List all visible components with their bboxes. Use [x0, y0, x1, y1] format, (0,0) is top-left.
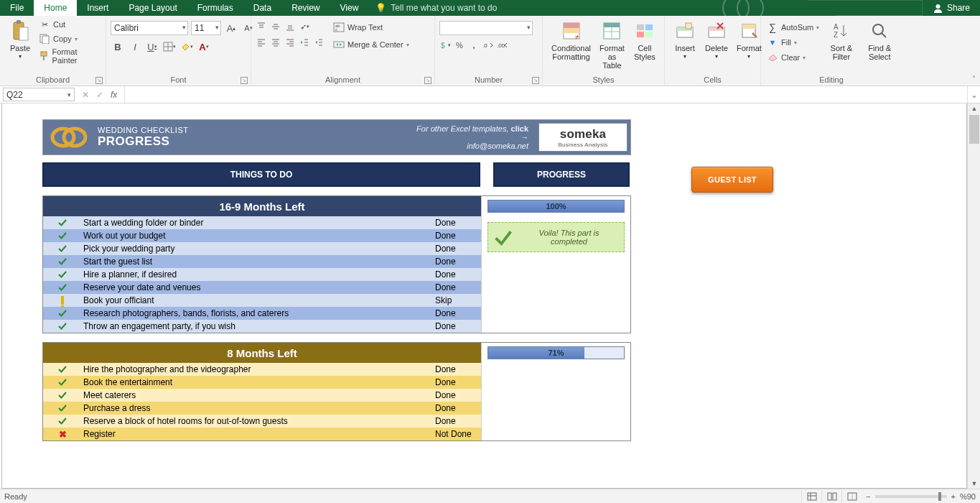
tab-view[interactable]: View: [330, 0, 369, 16]
zoom-out-button[interactable]: −: [866, 492, 870, 501]
task-row[interactable]: Hire a planner, if desiredDone: [43, 268, 481, 281]
worksheet-canvas[interactable]: WEDDING CHECKLIST PROGRESS For other Exc…: [1, 103, 967, 489]
vertical-scrollbar[interactable]: ▲ ▼: [967, 103, 980, 489]
italic-button[interactable]: I: [128, 40, 142, 54]
scroll-thumb[interactable]: [969, 115, 979, 144]
decrease-decimal-button[interactable]: .00: [497, 40, 508, 51]
svg-rect-61: [686, 23, 691, 29]
header-email[interactable]: info@someka.net: [416, 142, 528, 150]
task-row[interactable]: Meet caterersDone: [43, 389, 481, 402]
align-top-button[interactable]: [256, 21, 267, 32]
scroll-up-button[interactable]: ▲: [968, 103, 980, 114]
align-left-button[interactable]: [256, 37, 267, 48]
clipboard-dialog-launcher[interactable]: ↘: [95, 77, 103, 84]
number-format-select[interactable]: ▾: [439, 21, 533, 35]
align-center-button[interactable]: [270, 37, 281, 48]
decrease-indent-button[interactable]: [299, 37, 310, 48]
font-dialog-launcher[interactable]: ↘: [241, 77, 248, 84]
increase-decimal-button[interactable]: .0: [482, 40, 494, 51]
merge-center-button[interactable]: Merge & Center▾: [332, 38, 411, 51]
tab-data[interactable]: Data: [243, 0, 281, 16]
task-row[interactable]: Start the guest listDone: [43, 255, 481, 268]
tab-home[interactable]: Home: [34, 0, 77, 16]
share-button[interactable]: Share: [923, 0, 980, 16]
page-break-view-button[interactable]: [841, 490, 862, 503]
task-row[interactable]: Work out your budgetDone: [43, 229, 481, 242]
zoom-slider[interactable]: [875, 495, 947, 498]
guest-list-button[interactable]: GUEST LIST: [691, 167, 773, 193]
expand-formula-bar-button[interactable]: ⌄: [967, 86, 980, 103]
task-row[interactable]: Start a wedding folder or binderDone: [43, 216, 481, 229]
font-name-select[interactable]: Calibri▾: [111, 21, 188, 35]
name-box[interactable]: Q22▾: [3, 88, 75, 101]
task-row[interactable]: Hire the photographer and the videograph…: [43, 363, 481, 376]
scroll-down-button[interactable]: ▼: [968, 479, 980, 489]
task-row[interactable]: ✖RegisterNot Done: [43, 428, 481, 440]
align-right-button[interactable]: [284, 37, 296, 48]
find-select-button[interactable]: Find & Select: [862, 18, 897, 63]
normal-view-button[interactable]: [801, 490, 821, 503]
tab-file[interactable]: File: [0, 0, 34, 16]
increase-font-button[interactable]: A▴: [224, 21, 238, 35]
page-layout-view-button[interactable]: [821, 490, 841, 503]
formula-input[interactable]: [124, 86, 967, 103]
task-row[interactable]: Reserve a block of hotel rooms for out-o…: [43, 415, 481, 428]
format-as-table-button[interactable]: Format as Table: [595, 18, 629, 71]
orientation-button[interactable]: ➶▾: [299, 21, 310, 32]
tab-review[interactable]: Review: [281, 0, 330, 16]
align-bottom-button[interactable]: [284, 21, 296, 32]
underline-button[interactable]: U▾: [145, 40, 159, 54]
fill-button[interactable]: ▼Fill▾: [765, 36, 821, 49]
increase-indent-button[interactable]: [313, 37, 325, 48]
autosum-button[interactable]: ∑AutoSum▾: [765, 21, 821, 34]
zoom-in-button[interactable]: +: [951, 492, 956, 501]
group-clipboard-label: Clipboard: [4, 74, 101, 86]
task-row[interactable]: Research photographers, bands, florists,…: [43, 307, 481, 320]
insert-cells-button[interactable]: Insert▾: [669, 18, 701, 63]
bold-button[interactable]: B: [111, 40, 125, 54]
cancel-formula-button[interactable]: ✕: [82, 90, 89, 100]
task-row[interactable]: Book your officiantSkip: [43, 294, 481, 307]
comma-format-button[interactable]: ,: [468, 40, 480, 51]
things-to-do-header: THINGS TO DO: [42, 162, 480, 187]
tab-formulas[interactable]: Formulas: [187, 0, 243, 16]
group-alignment-label: Alignment: [256, 74, 430, 86]
task-row[interactable]: Reserve your date and venuesDone: [43, 281, 481, 294]
copy-button[interactable]: Copy▾: [37, 32, 101, 45]
alignment-dialog-launcher[interactable]: ↘: [424, 77, 431, 84]
font-size-select[interactable]: 11▾: [191, 21, 221, 35]
tab-page-layout[interactable]: Page Layout: [118, 0, 187, 16]
number-dialog-launcher[interactable]: ↘: [532, 77, 539, 84]
borders-button[interactable]: ▾: [162, 40, 177, 54]
task-text: Meet caterers: [82, 390, 435, 400]
tab-insert[interactable]: Insert: [77, 0, 118, 16]
task-row[interactable]: Throw an engagement party, if you wishDo…: [43, 320, 481, 333]
fill-color-button[interactable]: ▾: [179, 40, 194, 54]
clear-button[interactable]: Clear▾: [765, 51, 821, 64]
cell-styles-button[interactable]: Cell Styles: [629, 18, 661, 63]
cut-button[interactable]: ✂Cut: [37, 18, 101, 31]
task-row[interactable]: Book the entertainmentDone: [43, 376, 481, 389]
check-icon: [494, 228, 513, 246]
format-painter-button[interactable]: Format Painter: [37, 47, 101, 65]
task-row[interactable]: Purchase a dressDone: [43, 402, 481, 415]
zoom-value[interactable]: %90: [960, 492, 976, 501]
align-middle-button[interactable]: [270, 21, 281, 32]
task-status: Done: [435, 244, 481, 254]
wrap-text-button[interactable]: abcWrap Text: [332, 21, 411, 34]
accounting-format-button[interactable]: $▾: [439, 40, 451, 51]
enter-formula-button[interactable]: ✓: [96, 90, 103, 100]
header-click-link[interactable]: click: [511, 124, 528, 133]
fx-button[interactable]: fx: [111, 90, 117, 100]
delete-cells-button[interactable]: Delete▾: [701, 18, 732, 63]
template-title: WEDDING CHECKLIST: [98, 126, 409, 134]
font-color-button[interactable]: A▾: [197, 40, 211, 54]
paste-button[interactable]: Paste▾: [4, 18, 36, 63]
collapse-ribbon-button[interactable]: ˄: [972, 75, 976, 83]
task-row[interactable]: Pick your wedding partyDone: [43, 242, 481, 255]
task-text: Hire the photographer and the videograph…: [82, 364, 435, 374]
percent-format-button[interactable]: %: [454, 40, 465, 51]
tell-me[interactable]: 💡 Tell me what you want to do: [375, 0, 497, 16]
sort-filter-button[interactable]: AZSort & Filter: [825, 18, 857, 63]
conditional-formatting-button[interactable]: ≠Conditional Formatting: [547, 18, 595, 63]
